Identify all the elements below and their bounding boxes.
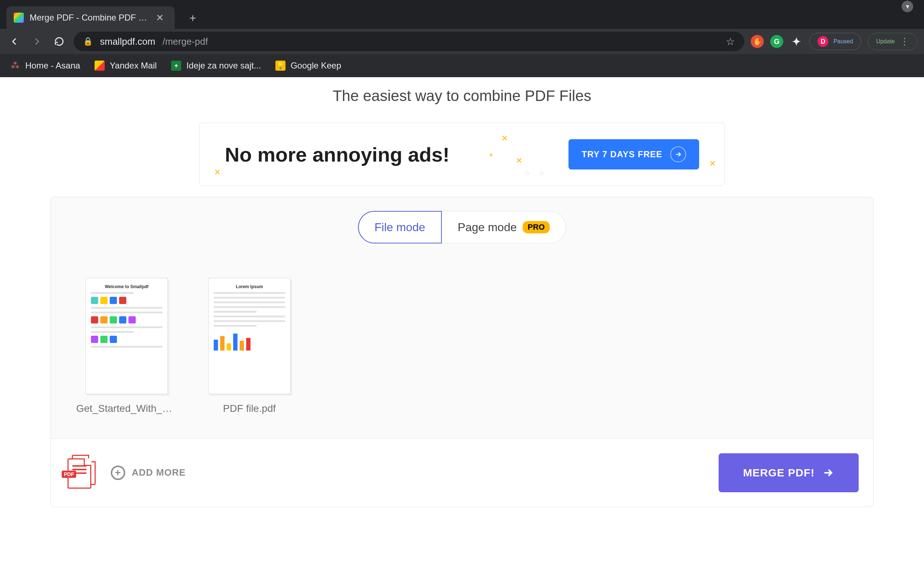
pdf-stack-icon: PDF [65, 455, 98, 491]
yandex-icon [95, 61, 105, 71]
file-name: PDF file.pdf [223, 403, 276, 414]
file-name: Get_Started_With_Smal… [76, 403, 177, 414]
file-item[interactable]: Welcome to Smallpdf Get_Started_Wi [76, 278, 177, 438]
favicon-icon [14, 13, 24, 23]
back-button[interactable] [6, 34, 23, 49]
page-mode-label: Page mode [458, 221, 517, 234]
bookmark-label: Ideje za nove sajt... [186, 61, 261, 71]
file-item[interactable]: Lorem Ipsum PDF file.pdf [199, 278, 300, 438]
try-free-label: TRY 7 DAYS FREE [582, 149, 662, 160]
plus-icon: + [489, 150, 493, 160]
new-tab-button[interactable]: + [182, 7, 204, 29]
tab-file-mode[interactable]: File mode [358, 211, 442, 243]
tab-page-mode[interactable]: Page mode PRO [442, 211, 566, 243]
profile-chip[interactable]: D Paused [809, 33, 861, 50]
sparkle-icon: ✕ [709, 159, 716, 168]
add-more-button[interactable]: + ADD MORE [111, 466, 186, 480]
tab-strip: Merge PDF - Combine PDF file ✕ + [0, 0, 924, 29]
tab-title: Merge PDF - Combine PDF file [30, 13, 149, 23]
files-area[interactable]: Welcome to Smallpdf Get_Started_Wi [51, 247, 873, 438]
bookmark-yandex[interactable]: Yandex Mail [95, 61, 157, 71]
thumb-title: Welcome to Smallpdf [91, 284, 162, 289]
sparkle-icon: ✕ [516, 156, 522, 166]
dot-icon: ○ [525, 168, 530, 178]
promo-banner: ✕ ✕ + ○ ○ ✕ ✕ No more annoying ads! TRY … [199, 122, 725, 186]
pdf-badge: PDF [62, 471, 76, 478]
sheets-icon: + [171, 61, 181, 71]
close-icon[interactable]: ✕ [155, 11, 165, 25]
merge-label: MERGE PDF! [743, 467, 815, 479]
add-more-label: ADD MORE [132, 467, 186, 478]
bookmark-star-icon[interactable]: ☆ [726, 36, 735, 48]
update-label: Update [876, 38, 895, 45]
arrow-right-icon [822, 467, 834, 479]
thumb-title: Lorem Ipsum [214, 284, 285, 289]
kebab-icon[interactable]: ⋮ [900, 36, 909, 47]
profile-status: Paused [834, 38, 853, 45]
asana-icon: ⁂ [10, 61, 20, 71]
lock-icon: 🔒 [83, 37, 93, 46]
reload-button[interactable] [51, 34, 67, 49]
sparkle-icon: ✕ [501, 134, 508, 143]
file-thumbnail: Lorem Ipsum [208, 278, 291, 394]
merge-button[interactable]: MERGE PDF! [719, 453, 859, 492]
bookmark-ideje[interactable]: + Ideje za nove sajt... [171, 61, 261, 71]
bookmarks-bar: ⁂ Home - Asana Yandex Mail + Ideje za no… [0, 54, 924, 77]
page-subtitle: The easiest way to combine PDF Files [0, 77, 924, 105]
page-content: The easiest way to combine PDF Files ✕ ✕… [0, 77, 924, 577]
address-bar[interactable]: 🔒 smallpdf.com/merge-pdf ☆ [74, 32, 744, 51]
extensions-puzzle-icon[interactable]: ✦ [790, 35, 803, 48]
bookmark-keep[interactable]: 💡 Google Keep [275, 61, 341, 71]
plus-circle-icon: + [111, 466, 125, 480]
url-path: /merge-pdf [162, 36, 208, 47]
bookmark-label: Yandex Mail [110, 61, 157, 71]
bookmark-label: Home - Asana [25, 61, 80, 71]
bookmark-label: Google Keep [291, 61, 341, 71]
url-host: smallpdf.com [100, 36, 155, 47]
dot-icon: ○ [539, 168, 544, 178]
action-bar: PDF + ADD MORE MERGE PDF! [51, 438, 873, 507]
file-thumbnail: Welcome to Smallpdf [86, 278, 168, 394]
pro-badge: PRO [523, 221, 550, 233]
grammarly-icon[interactable]: G [770, 35, 783, 48]
try-free-button[interactable]: TRY 7 DAYS FREE [569, 139, 699, 169]
sparkle-icon: ✕ [214, 168, 221, 177]
arrow-right-icon [670, 147, 686, 162]
mode-tabs: File mode Page mode PRO [51, 197, 873, 247]
browser-toolbar: 🔒 smallpdf.com/merge-pdf ☆ ✋ G ✦ D Pause… [0, 29, 924, 54]
account-dropdown-icon[interactable]: ▾ [901, 1, 913, 12]
extension-icon[interactable]: ✋ [751, 35, 764, 48]
bookmark-asana[interactable]: ⁂ Home - Asana [10, 61, 80, 71]
promo-headline: No more annoying ads! [225, 143, 449, 166]
file-mode-label: File mode [375, 221, 426, 234]
avatar: D [817, 36, 828, 47]
browser-chrome: ▾ Merge PDF - Combine PDF file ✕ + 🔒 sma… [0, 0, 924, 77]
forward-button[interactable] [29, 34, 45, 49]
work-card: File mode Page mode PRO Welcome to Small… [50, 197, 874, 507]
keep-icon: 💡 [275, 61, 286, 71]
update-button[interactable]: Update ⋮ [868, 33, 918, 50]
browser-tab[interactable]: Merge PDF - Combine PDF file ✕ [6, 6, 175, 29]
